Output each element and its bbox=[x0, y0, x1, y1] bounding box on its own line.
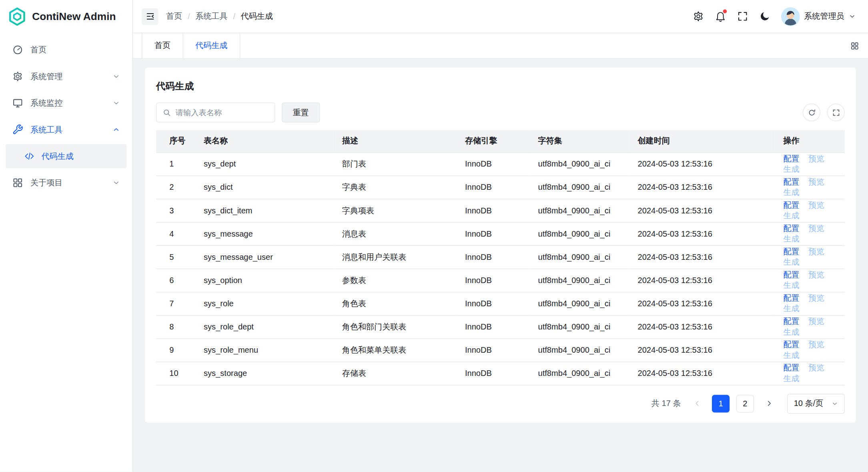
tab-code-generation[interactable]: 代码生成 bbox=[182, 33, 240, 58]
tab-actions[interactable] bbox=[842, 33, 868, 58]
column-header-charset: 字符集 bbox=[529, 130, 629, 152]
config-action-link[interactable]: 配置 bbox=[783, 154, 799, 163]
pagination-page-1[interactable]: 1 bbox=[712, 395, 730, 412]
generate-action-link[interactable]: 生成 bbox=[783, 374, 799, 383]
page-size-select[interactable]: 10 条/页 bbox=[787, 394, 845, 414]
apps-icon bbox=[12, 177, 23, 189]
cell-actions: 配置 预览 生成 bbox=[774, 245, 845, 269]
breadcrumb-item-system-tools[interactable]: 系统工具 bbox=[195, 11, 227, 22]
config-action-link[interactable]: 配置 bbox=[783, 201, 799, 209]
preview-action-link[interactable]: 预览 bbox=[808, 293, 824, 302]
preview-action-link[interactable]: 预览 bbox=[808, 270, 824, 279]
cell-actions: 配置 预览 生成 bbox=[774, 269, 845, 292]
fullscreen-icon[interactable] bbox=[736, 10, 748, 22]
cell-created-time: 2024-05-03 12:53:16 bbox=[629, 269, 774, 292]
sidebar-item-system-tools[interactable]: 系统工具 bbox=[6, 117, 127, 142]
preview-action-link[interactable]: 预览 bbox=[808, 363, 824, 372]
topbar-left: 首页 / 系统工具 / 代码生成 bbox=[142, 8, 273, 24]
cell-table-name: sys_dict bbox=[195, 176, 333, 199]
cell-created-time: 2024-05-03 12:53:16 bbox=[629, 222, 774, 245]
tool-icon bbox=[12, 124, 23, 135]
config-action-link[interactable]: 配置 bbox=[783, 177, 799, 186]
cell-description: 字典项表 bbox=[333, 199, 456, 222]
cell-charset: utf8mb4_0900_ai_ci bbox=[529, 199, 629, 222]
table-header: 序号 表名称 描述 存储引擎 字符集 创建时间 操作 bbox=[156, 130, 845, 152]
generate-action-link[interactable]: 生成 bbox=[783, 234, 799, 243]
cell-description: 角色和菜单关联表 bbox=[333, 338, 456, 362]
cell-charset: utf8mb4_0900_ai_ci bbox=[529, 245, 629, 269]
sidebar-item-system-monitor[interactable]: 系统监控 bbox=[6, 91, 127, 115]
preview-action-link[interactable]: 预览 bbox=[808, 154, 824, 163]
generate-action-link[interactable]: 生成 bbox=[783, 257, 799, 266]
preview-action-link[interactable]: 预览 bbox=[808, 224, 824, 233]
pagination-page-2[interactable]: 2 bbox=[736, 395, 754, 412]
dark-mode-moon-icon[interactable] bbox=[759, 10, 770, 22]
chevron-right-icon bbox=[765, 400, 772, 407]
preview-action-link[interactable]: 预览 bbox=[808, 340, 824, 349]
expand-icon bbox=[832, 108, 840, 116]
config-action-link[interactable]: 配置 bbox=[783, 317, 799, 325]
generate-action-link[interactable]: 生成 bbox=[783, 304, 799, 313]
search-icon bbox=[163, 108, 171, 116]
pagination-next-button[interactable] bbox=[761, 395, 777, 412]
dashboard-icon bbox=[12, 44, 23, 56]
preview-action-link[interactable]: 预览 bbox=[808, 177, 824, 186]
refresh-button[interactable] bbox=[803, 104, 820, 121]
sidebar-item-home[interactable]: 首页 bbox=[6, 38, 127, 62]
config-action-link[interactable]: 配置 bbox=[783, 340, 799, 349]
code-icon bbox=[24, 151, 34, 161]
menu-fold-icon bbox=[145, 12, 155, 21]
cell-index: 5 bbox=[156, 245, 195, 269]
preview-action-link[interactable]: 预览 bbox=[808, 317, 824, 325]
tabbar: 首页 代码生成 bbox=[133, 33, 868, 59]
search-input[interactable] bbox=[176, 108, 269, 117]
chevron-down-icon bbox=[849, 13, 856, 20]
preview-action-link[interactable]: 预览 bbox=[808, 247, 824, 256]
table-fullscreen-button[interactable] bbox=[827, 104, 845, 121]
cell-charset: utf8mb4_0900_ai_ci bbox=[529, 362, 629, 385]
table-row: 9 sys_role_menu 角色和菜单关联表 InnoDB utf8mb4_… bbox=[156, 338, 845, 362]
cell-actions: 配置 预览 生成 bbox=[774, 338, 845, 362]
generate-action-link[interactable]: 生成 bbox=[783, 165, 799, 173]
tab-home[interactable]: 首页 bbox=[142, 33, 182, 58]
cell-actions: 配置 预览 生成 bbox=[774, 176, 845, 199]
config-action-link[interactable]: 配置 bbox=[783, 247, 799, 256]
notification-bell-icon[interactable] bbox=[714, 10, 726, 22]
pagination-prev-button[interactable] bbox=[689, 395, 705, 412]
cell-index: 10 bbox=[156, 362, 195, 385]
cell-table-name: sys_message bbox=[195, 222, 333, 245]
logo: ContiNew Admin bbox=[0, 0, 132, 33]
generate-action-link[interactable]: 生成 bbox=[783, 327, 799, 336]
cell-engine: InnoDB bbox=[456, 362, 529, 385]
generate-action-link[interactable]: 生成 bbox=[783, 188, 799, 197]
cell-engine: InnoDB bbox=[456, 315, 529, 338]
cell-description: 消息表 bbox=[333, 222, 456, 245]
code-generation-card: 代码生成 重置 bbox=[145, 68, 856, 422]
table-row: 8 sys_role_dept 角色和部门关联表 InnoDB utf8mb4_… bbox=[156, 315, 845, 338]
config-action-link[interactable]: 配置 bbox=[783, 363, 799, 372]
chevron-down-icon bbox=[112, 72, 120, 80]
table-row: 2 sys_dict 字典表 InnoDB utf8mb4_0900_ai_ci… bbox=[156, 176, 845, 199]
generate-action-link[interactable]: 生成 bbox=[783, 351, 799, 360]
sidebar-item-code-generation[interactable]: 代码生成 bbox=[6, 144, 127, 169]
config-action-link[interactable]: 配置 bbox=[783, 270, 799, 279]
settings-gear-icon[interactable] bbox=[692, 10, 704, 22]
cell-table-name: sys_dict_item bbox=[195, 199, 333, 222]
table-row: 3 sys_dict_item 字典项表 InnoDB utf8mb4_0900… bbox=[156, 199, 845, 222]
preview-action-link[interactable]: 预览 bbox=[808, 201, 824, 209]
sidebar-item-about-project[interactable]: 关于项目 bbox=[6, 171, 127, 195]
config-action-link[interactable]: 配置 bbox=[783, 293, 799, 302]
generate-action-link[interactable]: 生成 bbox=[783, 211, 799, 220]
cell-index: 9 bbox=[156, 338, 195, 362]
breadcrumb-item-home[interactable]: 首页 bbox=[166, 11, 182, 22]
sidebar-item-system-management[interactable]: 系统管理 bbox=[6, 64, 127, 88]
sidebar-collapse-button[interactable] bbox=[142, 8, 158, 24]
cell-actions: 配置 预览 生成 bbox=[774, 152, 845, 175]
cell-created-time: 2024-05-03 12:53:16 bbox=[629, 338, 774, 362]
config-action-link[interactable]: 配置 bbox=[783, 224, 799, 233]
generate-action-link[interactable]: 生成 bbox=[783, 281, 799, 289]
breadcrumb-item-code-generation: 代码生成 bbox=[241, 11, 273, 22]
user-menu[interactable]: 系统管理员 bbox=[781, 7, 856, 26]
topbar: 首页 / 系统工具 / 代码生成 bbox=[133, 0, 868, 33]
reset-button[interactable]: 重置 bbox=[282, 102, 320, 123]
